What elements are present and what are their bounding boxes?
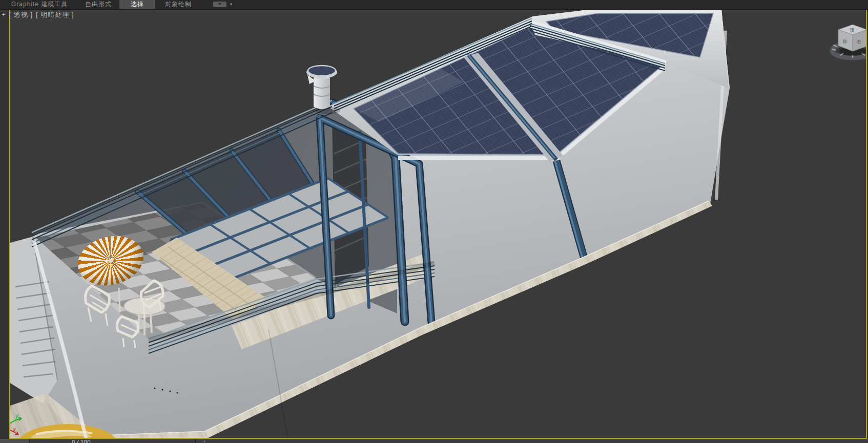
viewport-shading-menu[interactable]: [ 明暗处理 ] <box>36 11 74 18</box>
viewcube-top-label: 顶 <box>850 28 854 33</box>
axis-y-label: y <box>15 412 19 419</box>
viewcube-front-label: 前 <box>842 39 847 44</box>
ribbon-collapse-button[interactable]: ▼ <box>213 2 226 7</box>
ribbon-tab-selection[interactable]: 选择 <box>119 0 155 9</box>
application-window: Graphite 建模工具 自由形式 选择 对象绘制 ▼ ▼ +[ 透视 ][ … <box>0 0 868 443</box>
viewport-view-menu[interactable]: [ 透视 ] <box>9 11 33 18</box>
viewport-menu-plus[interactable]: + <box>2 11 6 18</box>
ribbon-bar: Graphite 建模工具 自由形式 选择 对象绘制 ▼ ▼ <box>0 0 868 10</box>
viewport-label: +[ 透视 ][ 明暗处理 ] <box>2 10 77 19</box>
ribbon-tab-freeform[interactable]: 自由形式 <box>85 0 112 9</box>
umbrella-cap <box>108 258 114 263</box>
trackbar[interactable]: 0 / 100 + <box>0 439 868 443</box>
frame-counter: 0 / 100 <box>72 439 91 443</box>
ribbon-tab-object-paint[interactable]: 对象绘制 <box>165 0 192 9</box>
ribbon-tab-graphite[interactable]: Graphite 建模工具 <box>11 0 68 9</box>
viewcube-right-label: 右 <box>856 39 861 44</box>
viewport-canvas[interactable]: y x 顶 前 右 <box>10 9 866 438</box>
time-slider-handle[interactable] <box>0 439 30 443</box>
trackbar-divider <box>195 439 196 443</box>
axis-x-label: x <box>12 426 16 433</box>
trackbar-plus-mark: + <box>203 439 205 443</box>
chevron-down-icon[interactable]: ▼ <box>229 2 233 7</box>
